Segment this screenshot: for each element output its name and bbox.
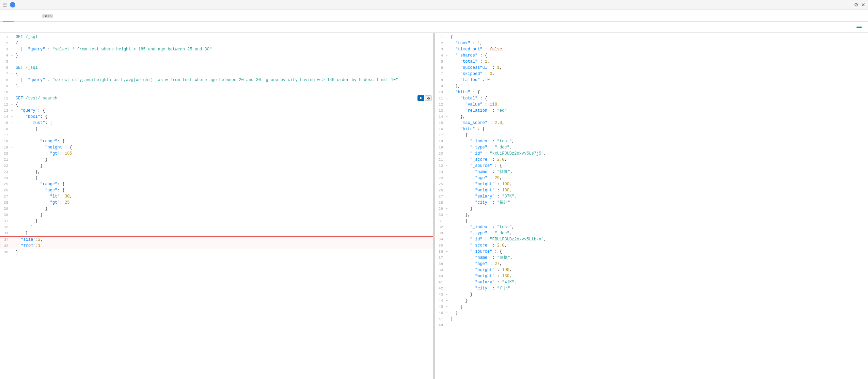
output-line: 42 "city" : "广州" <box>435 285 868 291</box>
output-line: 1 - { <box>435 34 868 40</box>
line-content: }, <box>15 169 433 175</box>
line-content: "name" : "储健", <box>450 169 868 175</box>
line-number: 41 <box>435 279 446 285</box>
line-content: } <box>15 157 433 163</box>
line-gutter: - <box>446 206 450 211</box>
output-line: 24 "age" : 29, <box>435 175 868 181</box>
line-gutter: - <box>446 310 450 316</box>
line-content: "age": { <box>15 187 433 193</box>
line-number: 34 <box>0 237 11 243</box>
line-gutter: - <box>11 40 15 46</box>
line-number: 16 <box>0 126 11 132</box>
line-gutter: - <box>446 163 450 169</box>
line-content: "query": { <box>15 108 433 114</box>
hamburger-icon[interactable]: ☰ <box>3 2 7 7</box>
line-number: 36 <box>0 249 11 255</box>
line-number: 13 <box>435 108 446 114</box>
output-line: 34 "_id" : "FBU1F3UBz2oxvv5Ltbkn", <box>435 236 868 242</box>
editor-line: 14 - "bool": { <box>0 114 433 120</box>
output-line: 23 "name" : "储健", <box>435 169 868 175</box>
output-line: 11 - "total" : { <box>435 95 868 101</box>
line-gutter: - <box>446 126 450 132</box>
line-content: "must": [ <box>15 120 433 126</box>
editor-code-area[interactable]: 1 GET /_sql 2 - { 3 | "query" : "select … <box>0 33 433 379</box>
line-content: "failed" : 0 <box>450 77 868 83</box>
editor-line: 27 "lt": 30, <box>0 193 433 200</box>
line-content: "_source" : { <box>450 163 868 169</box>
settings-icon[interactable]: ⚙ <box>854 2 858 7</box>
line-gutter: - <box>446 249 450 254</box>
close-icon[interactable]: ✕ <box>861 2 865 7</box>
output-line: 8 "failed" : 0 <box>435 77 868 83</box>
tab-search-profiler[interactable] <box>14 15 25 21</box>
line-content: GET /_sql <box>15 34 433 40</box>
output-line: 12 "value" : 118, <box>435 101 868 108</box>
output-line: 15 "max_score" : 2.0, <box>435 120 868 126</box>
line-number: 15 <box>0 120 11 126</box>
line-content: { <box>15 40 433 46</box>
line-number: 13 <box>0 108 11 114</box>
line-gutter: - <box>446 89 450 95</box>
editor-line: 36 - } <box>0 249 433 255</box>
line-content: "_id" : "kxU1F3UBz2oxvv5Ls7j5", <box>450 151 868 157</box>
line-gutter: - <box>446 291 450 297</box>
line-content: ] <box>15 224 433 230</box>
tab-grok-debugger[interactable] <box>25 15 35 21</box>
editor-line: 16 { <box>0 126 433 132</box>
editor-line: 2 - { <box>0 40 433 46</box>
line-content: "height" : 190, <box>450 181 868 187</box>
line-content: "range": { <box>15 138 433 144</box>
line-number: 31 <box>0 218 11 224</box>
output-line: 16 - "hits" : [ <box>435 126 868 132</box>
line-content: "value" : 118, <box>450 101 868 108</box>
line-number: 47 <box>435 316 446 322</box>
line-number: 7 <box>435 71 446 77</box>
line-number: 36 <box>435 249 446 255</box>
editor-line: 12 - { <box>0 101 433 108</box>
line-gutter: - <box>446 316 450 322</box>
output-line: 3 "timed_out" : false, <box>435 46 868 52</box>
favicon <box>10 2 15 7</box>
line-content: "range": { <box>15 181 433 187</box>
output-line: 35 "_score" : 2.0, <box>435 242 868 249</box>
line-gutter: - <box>11 101 15 107</box>
line-content: }, <box>450 212 868 218</box>
output-code-area[interactable]: 1 - { 2 "took" : 1, 3 "timed_out" : fals… <box>435 33 868 379</box>
line-number: 20 <box>0 151 11 157</box>
line-content: "total" : 1, <box>450 59 868 65</box>
line-content: "_shards" : { <box>450 52 868 59</box>
line-content: "weight" : 130, <box>450 273 868 279</box>
run-button[interactable] <box>417 95 424 101</box>
line-number: 25 <box>0 181 11 187</box>
line-number: 4 <box>0 52 11 59</box>
output-line: 48 <box>435 322 868 328</box>
tab-painless-lab[interactable]: BETA <box>35 10 59 21</box>
line-content: } <box>450 291 868 298</box>
line-gutter: - <box>446 114 450 120</box>
line-content: "salary" : "41K", <box>450 279 868 285</box>
tab-console[interactable] <box>3 15 14 21</box>
line-gutter: - <box>446 83 450 89</box>
line-gutter: - <box>11 187 15 193</box>
editor-line: 8 | "query" : "select city,avg(height) a… <box>0 77 433 83</box>
line-gutter: - <box>11 120 15 126</box>
line-number: 15 <box>435 120 446 126</box>
editor-line: 7 - { <box>0 71 433 77</box>
status-badge <box>856 27 862 28</box>
editor-line: 10 <box>0 89 433 95</box>
output-line: 18 "_index" : "test", <box>435 138 868 144</box>
line-number: 38 <box>435 261 446 267</box>
line-number: 16 <box>435 126 446 132</box>
line-number: 18 <box>0 138 11 144</box>
wrench-button[interactable]: ⚙ <box>425 95 432 101</box>
line-content: "height": { <box>15 144 433 151</box>
editor-line: 13 - "query": { <box>0 108 433 114</box>
line-content: } <box>15 212 433 218</box>
line-number: 8 <box>435 77 446 83</box>
line-number: 9 <box>435 83 446 89</box>
line-number: 25 <box>435 181 446 187</box>
line-number: 45 <box>435 304 446 310</box>
line-content: GET /_sql <box>15 65 433 71</box>
editor-line: 26 - "age": { <box>0 187 433 193</box>
output-line: 43 - } <box>435 291 868 298</box>
